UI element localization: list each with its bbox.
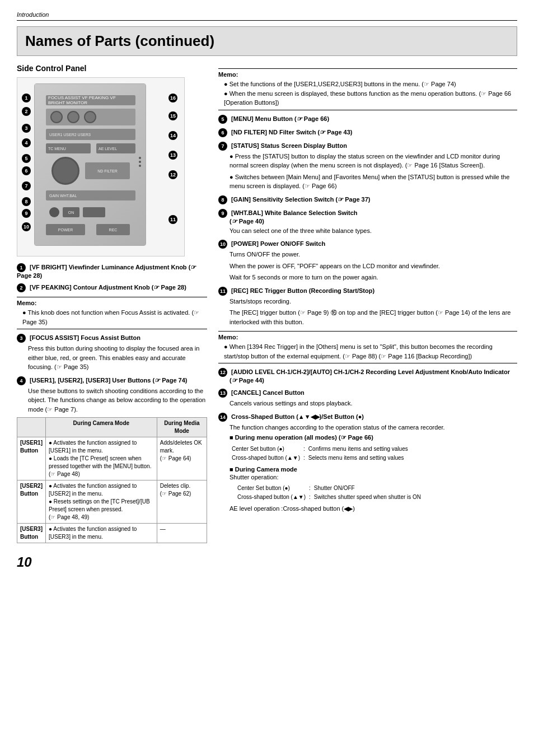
page-number: 10: [17, 554, 207, 570]
item11-text1: Starts/stops recording.: [229, 297, 517, 306]
diagram-num-1: 1: [22, 94, 31, 102]
memo2: Memo: When [1394 Rec Trigger] in the [Ot…: [218, 331, 517, 363]
item10-text1: Turns ON/OFF the power.: [229, 250, 517, 259]
item9-heading: 9 [WHT.BAL] White Balance Selection Swit…: [218, 209, 517, 225]
diagram-num-3: 3: [22, 124, 31, 133]
diagram-num-6: 6: [22, 166, 31, 175]
item11-heading: 11 [REC] REC Trigger Button (Recording S…: [218, 287, 517, 296]
item13-text: Cancels various settings and stops playb…: [229, 399, 517, 408]
diagram-num-11: 11: [168, 215, 177, 224]
diagram-num-14: 14: [168, 131, 177, 140]
item11-text2: The [REC] trigger button (☞ Page 9) ⑯ on…: [229, 308, 517, 326]
item1-heading: 1 [VF BRIGHT] Viewfinder Luminance Adjus…: [17, 263, 207, 279]
diagram-num-5: 5: [22, 154, 31, 163]
side-panel-title: Side Control Panel: [17, 64, 207, 73]
item6-heading: 6 [ND FILTER] ND Filter Switch (☞ Page 4…: [218, 128, 517, 137]
page-title: Names of Parts (continued): [17, 26, 517, 56]
item10-heading: 10 [POWER] Power ON/OFF Switch: [218, 240, 517, 249]
diagram-num-15: 15: [168, 111, 177, 120]
item14-sub1: ■ During menu operation (all modes) (☞ P…: [229, 434, 517, 463]
diagram-num-13: 13: [168, 151, 177, 160]
item14-text: The function changes according to the op…: [229, 423, 517, 432]
section-header: Introduction: [17, 11, 517, 21]
right-column: Memo: Set the functions of the [USER1,US…: [218, 64, 517, 570]
item3-text: Press this button during shooting to dis…: [28, 344, 207, 372]
item14-heading: 14 Cross-Shaped Button (▲▼◀▶)/Set Button…: [218, 413, 517, 422]
item8-heading: 8 [GAIN] Sensitivity Selection Switch (☞…: [218, 195, 517, 204]
item7-bullet1: Press the [STATUS] button to display the…: [229, 152, 517, 170]
table-row: [USER2]Button ● Activates the function a…: [17, 480, 207, 524]
diagram-num-8: 8: [22, 197, 31, 206]
item10-text3: Wait for 5 seconds or more to turn on th…: [229, 273, 517, 282]
table-row: [USER1]Button ● Activates the function a…: [17, 437, 207, 480]
user-buttons-table: During Camera Mode During Media Mode [US…: [17, 417, 207, 543]
memo1: Memo: This knob does not function when F…: [17, 297, 207, 329]
left-column: Side Control Panel FOCUS ASSIST VF PEAKI…: [17, 64, 207, 570]
memo-top: Memo: Set the functions of the [USER1,US…: [218, 68, 517, 110]
section-label: Introduction: [17, 11, 49, 18]
item5-heading: 5 [MENU] Menu Button (☞ Page 66): [218, 115, 517, 124]
diagram-num-10: 10: [22, 222, 31, 231]
item4-text: Use these buttons to switch shooting con…: [28, 386, 207, 414]
diagram-num-7: 7: [22, 181, 31, 190]
diagram-num-12: 12: [168, 170, 177, 179]
item7-heading: 7 [STATUS] Status Screen Display Button: [218, 142, 517, 151]
camera-diagram: FOCUS ASSIST VF PEAKING VF BRIGHT MONITO…: [34, 83, 146, 246]
diagram-num-9: 9: [22, 209, 31, 218]
diagram-num-2: 2: [22, 107, 31, 116]
diagram: FOCUS ASSIST VF PEAKING VF BRIGHT MONITO…: [17, 77, 185, 256]
diagram-num-16: 16: [168, 94, 177, 102]
item3-heading: 3 [FOCUS ASSIST] Focus Assist Button: [17, 334, 207, 343]
diagram-num-4: 4: [22, 138, 31, 147]
item2-heading: 2 [VF PEAKING] Contour Adjustment Knob (…: [17, 283, 207, 292]
item14-sub2: ■ During Camera mode Shutter operation: …: [229, 466, 517, 512]
table-row: [USER3]Button ● Activates the function a…: [17, 524, 207, 543]
item13-heading: 13 [CANCEL] Cancel Button: [218, 389, 517, 398]
item9-text: You can select one of the three white ba…: [229, 226, 517, 236]
item7-bullet2: Switches between [Main Menu] and [Favori…: [229, 172, 517, 191]
item10-text2: When the power is OFF, "POFF" appears on…: [229, 262, 517, 271]
item4-heading: 4 [USER1], [USER2], [USER3] User Buttons…: [17, 376, 207, 385]
item12-heading: 12 [AUDIO LEVEL CH-1/CH-2]/[AUTO] CH-1/C…: [218, 368, 517, 384]
